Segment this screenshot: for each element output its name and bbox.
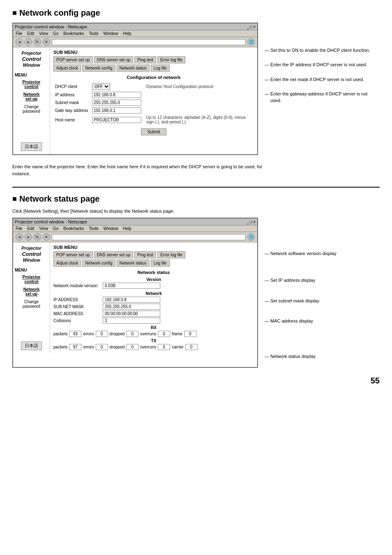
submenu-error-log-1[interactable]: Error log file (157, 56, 185, 63)
menu-go-1[interactable]: Go (53, 31, 58, 36)
submenu-pop-server-1[interactable]: POP server set up (53, 56, 93, 63)
submenu-dns-server-1[interactable]: DNS server set up (94, 56, 134, 63)
section1-caption: Enter the name of the projector here. En… (12, 163, 267, 177)
minimize-btn-1[interactable]: _ (247, 25, 249, 29)
section1: Network config page Projector control wi… (12, 8, 380, 177)
sidebar-change-password-1[interactable]: Changepassword (15, 104, 48, 114)
tx-overruns-input[interactable] (158, 344, 170, 350)
sidebar-network-setup-1[interactable]: Networkset up (15, 91, 48, 102)
menu-help-1[interactable]: Help (123, 31, 131, 36)
subnet-desc (143, 99, 254, 107)
sidebar-projector-control-1[interactable]: Projectorcontrol (15, 79, 48, 90)
dhcp-select[interactable]: OFF ON (92, 83, 110, 90)
sidebar-network-setup-2[interactable]: Networkset up (15, 286, 48, 297)
japanese-button-2[interactable]: 日本語 (21, 341, 42, 350)
close-btn-2[interactable]: × (253, 220, 256, 224)
rx-overruns-label: overruns (140, 332, 156, 336)
ip-input[interactable] (92, 92, 141, 98)
submenu-pop-server-2[interactable]: POP server set up (53, 251, 93, 258)
subnet-value-cell (90, 99, 143, 107)
rx-packets-input[interactable] (69, 331, 81, 337)
rx-frame-input[interactable] (184, 331, 196, 337)
sidebar-menu-1: MENU Projectorcontrol Networkset up Chan… (15, 73, 48, 114)
annotation-1-subnet: Enter the net mask if DHCP server is not… (265, 77, 380, 83)
menu-window-2[interactable]: Window (104, 226, 118, 231)
maximize-btn-2[interactable]: □ (250, 220, 252, 224)
submenu-dns-server-2[interactable]: DNS server set up (94, 251, 134, 258)
tx-dropped-label: dropped (110, 345, 125, 349)
gateway-label: Gate way address (53, 107, 90, 114)
submenu-ping-test-1[interactable]: Ping test (134, 56, 156, 63)
maximize-btn-1[interactable]: □ (250, 25, 252, 29)
page-number: 55 (12, 376, 380, 385)
menu-window-1[interactable]: Window (104, 31, 118, 36)
subnet-mask-row: SUB NET MASK 255.255.255.0 (53, 304, 254, 310)
submenu-error-log-2[interactable]: Error log file (157, 251, 185, 258)
minimize-btn-2[interactable]: _ (247, 220, 249, 224)
menu-bookmarks-1[interactable]: Bookmarks (63, 31, 84, 36)
back-btn-2[interactable]: ◂ (16, 233, 23, 241)
submenu-log-file-2[interactable]: Log file (151, 260, 170, 267)
stop-btn-2[interactable]: ✕ (43, 233, 50, 241)
menu-help-2[interactable]: Help (123, 226, 131, 231)
mac-address-row: MAC ADDRESS 00:00:00:00:00:00 (53, 311, 254, 317)
menu-tools-2[interactable]: Tools (89, 226, 98, 231)
reload-btn-2[interactable]: ↻ (34, 233, 41, 241)
gateway-desc (143, 107, 254, 114)
tx-row: packets errors dropped overruns carrier (53, 344, 254, 350)
url-bar-1[interactable]: http://192.168.0.8/cgi-bin/main.cgi?page… (52, 39, 246, 45)
config-row-hostname: Host name Up to 12 characters: alphabet … (53, 114, 254, 125)
back-btn-1[interactable]: ◂ (16, 38, 23, 46)
menu-file-2[interactable]: File (16, 226, 22, 231)
tx-dropped-input[interactable] (126, 344, 138, 350)
browser-titlebar-2: Projector control window - Netscape _ □ … (13, 218, 257, 225)
annotations-2: Network software version display Set IP … (265, 218, 380, 368)
menu-bookmarks-2[interactable]: Bookmarks (63, 226, 84, 231)
menu-file-1[interactable]: File (16, 31, 22, 36)
sidebar-change-password-2[interactable]: Changepassword (15, 299, 48, 309)
menu-tools-1[interactable]: Tools (89, 31, 98, 36)
menu-edit-2[interactable]: Edit (27, 226, 34, 231)
menu-edit-1[interactable]: Edit (27, 31, 34, 36)
rx-overruns-input[interactable] (158, 331, 170, 337)
annotation-2-subnet: Set subnet mask display (265, 298, 380, 304)
rx-dropped-input[interactable] (126, 331, 138, 337)
url-bar-2[interactable]: http://192.168.0.8/cgi-bin/main.cgi?page… (52, 234, 246, 240)
submit-button-1[interactable]: Submit (141, 128, 166, 135)
version-value: 0.03B (103, 283, 160, 289)
config-row-dhcp: DHCP client OFF ON Dynamic Host Configur… (53, 82, 254, 91)
submenu-ping-test-2[interactable]: Ping test (134, 251, 156, 258)
submenu-network-status-1[interactable]: Network status (117, 65, 150, 72)
subnet-input[interactable] (92, 100, 141, 106)
browser-navbar-1: ◂ ▸ ↻ ✕ http://192.168.0.8/cgi-bin/main.… (13, 37, 257, 47)
menu-go-2[interactable]: Go (53, 226, 58, 231)
submenu-log-file-1[interactable]: Log file (151, 65, 170, 72)
ip-address-label: IP ADDRESS (53, 297, 103, 302)
gateway-input[interactable] (92, 107, 141, 114)
forward-btn-1[interactable]: ▸ (25, 38, 32, 46)
tx-errors-input[interactable] (96, 344, 108, 350)
menu-view-1[interactable]: View (39, 31, 48, 36)
sidebar-projector-control-2[interactable]: Projectorcontrol (15, 274, 48, 285)
forward-btn-2[interactable]: ▸ (25, 233, 32, 241)
submenu-adjust-clock-1[interactable]: Adjust clock (53, 65, 81, 72)
reload-btn-1[interactable]: ↻ (34, 38, 41, 46)
rx-errors-input[interactable] (96, 331, 108, 337)
sidebar-menu-2: MENU Projectorcontrol Networkset up Chan… (15, 268, 48, 309)
japanese-button-1[interactable]: 日本語 (21, 142, 42, 151)
tx-carrier-input[interactable] (185, 344, 198, 350)
tx-packets-input[interactable] (69, 344, 81, 350)
submenu-adjust-clock-2[interactable]: Adjust clock (53, 260, 81, 267)
menu-view-2[interactable]: View (39, 226, 48, 231)
submenu-bar-2: SUB MENU POP server set up DNS server se… (53, 245, 254, 267)
stop-btn-1[interactable]: ✕ (43, 38, 50, 46)
rx-errors-label: errors (83, 332, 94, 336)
hostname-desc: Up to 12 characters: alphabet (A-Z), dig… (143, 114, 254, 125)
section2-intro: Click [Network Setting], then [Network s… (12, 209, 380, 214)
submenu-network-config-2[interactable]: Network config (82, 260, 115, 267)
hostname-input[interactable] (92, 117, 141, 123)
close-btn-1[interactable]: × (253, 25, 256, 29)
submenu-network-config-1[interactable]: Network config (82, 65, 115, 72)
submenu-network-status-2[interactable]: Network status (117, 260, 150, 267)
rx-row: packets errors dropped overruns frame (53, 331, 254, 337)
